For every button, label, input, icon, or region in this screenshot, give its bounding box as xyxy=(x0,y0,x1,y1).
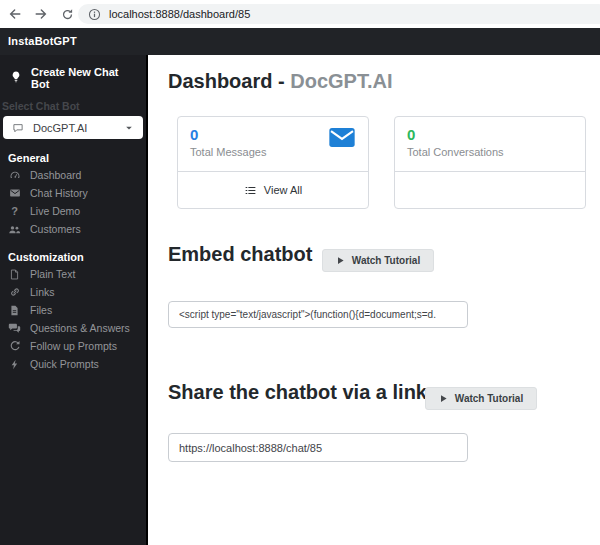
stat-card-total-conversations: 0 Total Conversations xyxy=(394,116,586,209)
create-new-chatbot-label: Create New Chat Bot xyxy=(31,66,138,90)
embed-chatbot-heading: Embed chatbot xyxy=(168,243,312,266)
play-icon xyxy=(439,394,448,403)
sidebar-item-label: Follow up Prompts xyxy=(30,340,117,352)
sidebar-item-label: Files xyxy=(30,304,52,316)
brand-logo[interactable]: InstaBotGPT xyxy=(8,28,77,55)
url-text: localhost:8888/dashboard/85 xyxy=(109,8,250,20)
question-icon: ? xyxy=(8,205,21,217)
sidebar-item-customers[interactable]: Customers xyxy=(0,220,146,238)
share-chatbot-heading: Share the chatbot via a link xyxy=(168,381,427,404)
link-icon xyxy=(8,286,21,298)
sidebar-item-live-demo[interactable]: ? Live Demo xyxy=(0,202,146,220)
chatbot-select-value: DocGPT.AI xyxy=(33,122,87,134)
site-info-icon[interactable] xyxy=(88,8,101,21)
chat-bubble-icon xyxy=(12,122,24,134)
select-chatbot-label: Select Chat Bot xyxy=(2,100,146,112)
sidebar-item-plain-text[interactable]: Plain Text xyxy=(0,265,146,283)
page-title-bot-name: DocGPT.AI xyxy=(290,70,392,92)
sidebar-item-label: Customers xyxy=(30,223,81,235)
forward-icon[interactable] xyxy=(30,3,52,25)
sidebar: Create New Chat Bot Select Chat Bot DocG… xyxy=(0,55,148,545)
stat-label: Total Conversations xyxy=(407,146,573,158)
bolt-icon xyxy=(8,359,21,370)
stat-card-body: 0 Total Conversations xyxy=(395,117,585,167)
users-icon xyxy=(8,223,21,236)
comments-icon xyxy=(8,322,21,335)
stat-card-body: 0 Total Messages xyxy=(178,117,368,167)
watch-tutorial-label: Watch Tutorial xyxy=(455,393,523,404)
sidebar-item-dashboard[interactable]: Dashboard xyxy=(0,166,146,184)
chevron-down-icon xyxy=(124,123,134,133)
embed-code-input[interactable] xyxy=(168,301,468,328)
sidebar-item-label: Plain Text xyxy=(30,268,75,280)
stat-card-footer xyxy=(395,171,585,208)
file-icon xyxy=(8,269,21,280)
sidebar-item-links[interactable]: Links xyxy=(0,283,146,301)
view-all-label: View All xyxy=(264,184,302,196)
sidebar-item-chat-history[interactable]: Chat History xyxy=(0,184,146,202)
share-link-input[interactable] xyxy=(168,433,468,462)
section-title-customization: Customization xyxy=(8,251,146,263)
gauge-icon xyxy=(8,169,21,181)
watch-tutorial-button-embed[interactable]: Watch Tutorial xyxy=(322,249,434,272)
sidebar-item-files[interactable]: Files xyxy=(0,301,146,319)
back-icon[interactable] xyxy=(4,3,26,25)
view-all-button[interactable]: View All xyxy=(178,171,368,208)
create-new-chatbot-button[interactable]: Create New Chat Bot xyxy=(10,66,138,90)
sidebar-item-label: Quick Prompts xyxy=(30,358,99,370)
sidebar-item-label: Dashboard xyxy=(30,169,81,181)
address-bar[interactable]: localhost:8888/dashboard/85 xyxy=(78,4,600,24)
sidebar-item-questions-answers[interactable]: Questions & Answers xyxy=(0,319,146,337)
page-title: Dashboard - DocGPT.AI xyxy=(168,70,393,93)
sidebar-item-label: Questions & Answers xyxy=(30,322,130,334)
play-icon xyxy=(336,256,345,265)
sidebar-item-label: Chat History xyxy=(30,187,88,199)
screen: localhost:8888/dashboard/85 InstaBotGPT … xyxy=(0,0,600,545)
page-title-prefix: Dashboard - xyxy=(168,70,290,92)
watch-tutorial-button-share[interactable]: Watch Tutorial xyxy=(425,387,537,410)
stat-card-total-messages: 0 Total Messages View All xyxy=(177,116,369,209)
sidebar-item-label: Live Demo xyxy=(30,205,80,217)
envelope-icon xyxy=(329,128,355,151)
lightbulb-icon xyxy=(10,71,22,85)
watch-tutorial-label: Watch Tutorial xyxy=(352,255,420,266)
sidebar-item-quick-prompts[interactable]: Quick Prompts xyxy=(0,355,146,373)
reload-icon[interactable] xyxy=(56,3,78,25)
app-topbar: InstaBotGPT xyxy=(0,28,600,55)
chatbot-select[interactable]: DocGPT.AI xyxy=(3,116,143,139)
sidebar-item-follow-up-prompts[interactable]: Follow up Prompts xyxy=(0,337,146,355)
sidebar-item-label: Links xyxy=(30,286,55,298)
list-icon xyxy=(244,184,257,197)
browser-toolbar: localhost:8888/dashboard/85 xyxy=(0,0,600,28)
section-title-general: General xyxy=(8,152,146,164)
envelope-icon xyxy=(8,187,21,199)
redo-icon xyxy=(8,340,21,352)
files-icon xyxy=(8,305,21,316)
stat-value: 0 xyxy=(407,126,573,143)
